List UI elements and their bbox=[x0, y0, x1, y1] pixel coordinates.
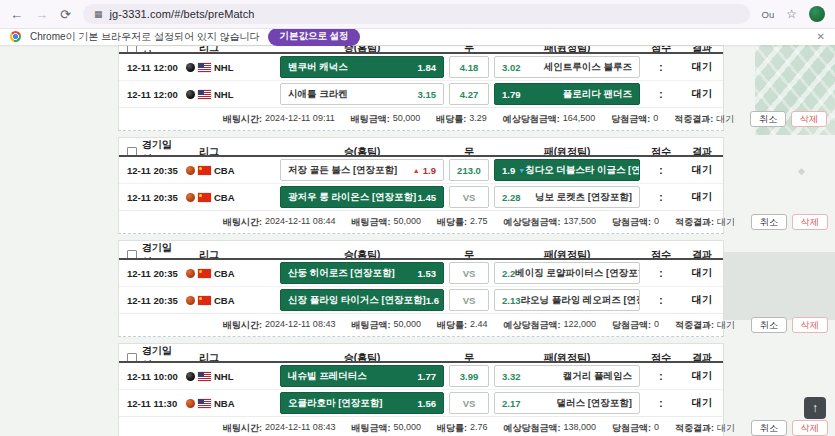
draw-odds-box: VS bbox=[449, 289, 489, 311]
home-odds-group: ▲1.9 bbox=[413, 165, 436, 176]
odds-rate-value: 2.75 bbox=[470, 216, 488, 229]
bet-summary: 배팅시간:2024-12-11 08:43 배팅금액:50,000 배당률:2.… bbox=[119, 313, 723, 336]
cancel-button[interactable]: 취소 bbox=[751, 420, 787, 436]
back-icon[interactable]: ← bbox=[10, 8, 23, 21]
draw-odds-box: VS bbox=[449, 392, 489, 414]
address-bar[interactable]: ▦ jg-3331.com/#/bets/preMatch bbox=[83, 4, 750, 24]
header-draw: 무 bbox=[447, 46, 491, 54]
result-status: 대기 bbox=[679, 87, 725, 101]
away-team-name: 칭다오 더블스타 이글스 [연장포함] bbox=[525, 164, 640, 177]
bet-time-value: 2024-12-11 08:43 bbox=[265, 319, 335, 332]
home-odds-group: 1.77 bbox=[418, 371, 437, 382]
away-team-name: 캘거리 플레임스 bbox=[563, 370, 632, 383]
match-time: 12-11 10:00 bbox=[119, 371, 181, 382]
bet-table-header: 경기일시 리그 승(홈팀) 무 패(원정팀) 점수 결과 bbox=[119, 46, 723, 54]
select-all-checkbox[interactable] bbox=[127, 250, 137, 260]
away-odds-group: 1.79 bbox=[502, 89, 521, 100]
home-team-name: 내슈빌 프레더터스 bbox=[288, 370, 367, 383]
win-amount-label: 당첨금액: bbox=[612, 422, 651, 435]
select-all-checkbox[interactable] bbox=[127, 353, 137, 363]
match-time: 12-11 20:35 bbox=[119, 192, 181, 203]
bet-amount-value: 50,000 bbox=[393, 319, 421, 332]
away-odds: 3.02 bbox=[502, 62, 521, 73]
away-odds: 1.9 bbox=[502, 165, 515, 176]
match-time: 12-11 20:35 bbox=[119, 295, 181, 306]
select-all-checkbox[interactable] bbox=[127, 147, 137, 157]
away-odds: 3.32 bbox=[502, 371, 521, 382]
away-team-name: 댈러스 [연장포함] bbox=[557, 397, 632, 410]
scroll-to-top-button[interactable]: ↑ bbox=[804, 397, 826, 419]
away-odds-group: 3.02 bbox=[502, 62, 521, 73]
site-info-icon[interactable]: ▦ bbox=[94, 9, 103, 19]
flag-icon bbox=[198, 166, 211, 175]
result-status: 대기 bbox=[679, 190, 725, 204]
home-odds: 1.9 bbox=[423, 165, 436, 176]
delete-button[interactable]: 삭제 bbox=[792, 317, 828, 334]
reload-icon[interactable]: ⟳ bbox=[60, 8, 71, 21]
header-datetime: 경기일시 bbox=[142, 138, 181, 157]
away-odds-group: 3.32 bbox=[502, 371, 521, 382]
league-cell: CBA bbox=[181, 268, 277, 279]
home-odds-group: 1.45 bbox=[418, 192, 437, 203]
away-odds-box: 2.2 베이징 로얄파이터스 [연장포함] bbox=[494, 262, 640, 284]
expected-win-value: 137,500 bbox=[563, 216, 596, 229]
home-odds: 3.15 bbox=[418, 89, 437, 100]
home-odds-box: 시애틀 크라켄 3.15 bbox=[280, 83, 444, 105]
away-odds-box: 2.17 댈러스 [연장포함] bbox=[494, 392, 640, 414]
score-sep: : bbox=[643, 62, 679, 73]
infobar-close-icon[interactable]: ✕ bbox=[817, 31, 825, 42]
expected-win-label: 예상당첨금액: bbox=[503, 422, 560, 435]
bet-card: 경기일시 리그 승(홈팀) 무 패(원정팀) 점수 결과 12-11 20:35… bbox=[118, 137, 724, 234]
delete-button[interactable]: 삭제 bbox=[792, 214, 828, 231]
cancel-button[interactable]: 취소 bbox=[751, 317, 787, 334]
league-cell: NHL bbox=[181, 62, 277, 73]
away-odds-group: 2.17 bbox=[502, 398, 521, 409]
forward-icon[interactable]: → bbox=[35, 8, 48, 21]
set-default-button[interactable]: 기본값으로 설정 bbox=[268, 28, 359, 46]
bet-amount-value: 50,000 bbox=[393, 422, 421, 435]
home-odds: 1.53 bbox=[418, 268, 437, 279]
sport-icon bbox=[186, 166, 195, 175]
toolbar-badge-icon[interactable]: Ou bbox=[762, 9, 775, 20]
bet-time-label: 배팅시간: bbox=[223, 216, 262, 229]
odds-rate-label: 배당률: bbox=[436, 113, 466, 126]
bet-table-header: 경기일시 리그 승(홈팀) 무 패(원정팀) 점수 결과 bbox=[119, 138, 723, 157]
league-name: NHL bbox=[214, 62, 234, 73]
away-odds-group: 2.2 bbox=[502, 268, 515, 279]
away-team-name: 랴오닝 플라잉 레오퍼즈 [연장포함] bbox=[521, 294, 641, 307]
match-row: 12-11 20:35 CBA 신장 플라잉 타이거스 [연장포함] 1.6 V… bbox=[119, 286, 723, 313]
delete-button[interactable]: 삭제 bbox=[792, 420, 828, 436]
match-row: 12-11 20:35 CBA 광저우 룽 라이온스 [연장포함] 1.45 V… bbox=[119, 183, 723, 210]
result-status: 대기 bbox=[679, 396, 725, 410]
league-name: CBA bbox=[214, 165, 235, 176]
bet-time-label: 배팅시간: bbox=[223, 319, 262, 332]
bet-table-header: 경기일시 리그 승(홈팀) 무 패(원정팀) 점수 결과 bbox=[119, 344, 723, 363]
header-home: 승(홈팀) bbox=[277, 351, 447, 363]
away-odds-group: 2.13 bbox=[502, 295, 521, 306]
delete-button[interactable]: 삭제 bbox=[791, 111, 827, 128]
bet-card: 경기일시 리그 승(홈팀) 무 패(원정팀) 점수 결과 12-11 20:35… bbox=[118, 240, 724, 337]
away-odds-box: 2.28 닝보 로켓츠 [연장포함] bbox=[494, 186, 640, 208]
home-odds-box: 신장 플라잉 타이거스 [연장포함] 1.6 bbox=[280, 289, 444, 311]
home-odds: 1.56 bbox=[418, 398, 437, 409]
draw-odds-box: VS bbox=[449, 186, 489, 208]
cancel-button[interactable]: 취소 bbox=[751, 214, 787, 231]
home-odds-group: 1.56 bbox=[418, 398, 437, 409]
bet-time-value: 2024-12-11 08:44 bbox=[265, 216, 335, 229]
sport-icon bbox=[186, 193, 195, 202]
bookmark-star-icon[interactable]: ☆ bbox=[786, 7, 797, 21]
home-odds-box: 광저우 룽 라이온스 [연장포함] 1.45 bbox=[280, 186, 444, 208]
profile-avatar[interactable] bbox=[809, 6, 825, 22]
flag-icon bbox=[198, 399, 211, 408]
hit-result-label: 적중결과: bbox=[675, 319, 714, 332]
home-team-name: 시애틀 크라켄 bbox=[288, 88, 348, 101]
home-team-name: 광저우 룽 라이온스 [연장포함] bbox=[288, 191, 416, 204]
cancel-button[interactable]: 취소 bbox=[750, 111, 786, 128]
bet-summary: 배팅시간:2024-12-11 09:11 배팅금액:50,000 배당률:3.… bbox=[119, 107, 723, 130]
bet-summary: 배팅시간:2024-12-11 08:43 배팅금액:50,000 배당률:2.… bbox=[119, 416, 723, 436]
bet-time-label: 배팅시간: bbox=[223, 422, 262, 435]
flag-icon bbox=[198, 90, 211, 99]
bet-time-label: 배팅시간: bbox=[223, 113, 262, 126]
header-away: 패(원정팀) bbox=[491, 46, 643, 54]
select-all-checkbox[interactable] bbox=[127, 46, 137, 53]
